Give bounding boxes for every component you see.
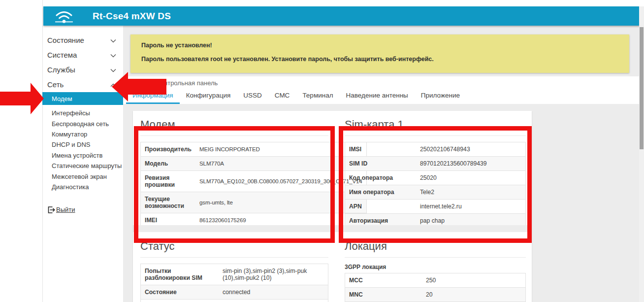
table-row: SIM ID89701202135600789439 — [345, 157, 526, 171]
row-label: Код оператора — [345, 171, 417, 185]
row-label: Производитель — [141, 142, 196, 157]
scrollbar-thumb[interactable] — [640, 27, 644, 149]
section-divider — [140, 135, 328, 136]
sidebar: Состояние Система Службы Сеть — [42, 33, 123, 92]
sidebar-item-interfaces[interactable]: Интерфейсы — [52, 108, 126, 118]
row-label: MCC — [345, 273, 422, 288]
row-value: 89701202135600789439 — [416, 157, 526, 171]
row-value: 25020 — [416, 171, 526, 185]
tab-terminal[interactable]: Терминал — [296, 89, 339, 104]
section-divider — [345, 135, 526, 136]
scrollbar-track — [639, 6, 644, 302]
table-row: Температура28 °C — [141, 300, 328, 302]
section-title: Статус — [140, 240, 328, 253]
chevron-down-icon — [110, 51, 116, 59]
tab-antenna[interactable]: Наведение антенны — [340, 89, 415, 104]
section-modem: Модем ПроизводительMEIG INCORPORATED Мод… — [140, 118, 328, 228]
table-row: Имя оператораTele2 — [345, 185, 526, 200]
row-value: sim-pin (3),sim-pin2 (3),sim-puk (10),si… — [219, 264, 328, 285]
sidebar-item-wireless[interactable]: Беспроводная сеть — [52, 118, 126, 129]
section-spacer — [133, 225, 532, 232]
row-value: gsm-umts, lte — [195, 192, 366, 213]
sidebar-subnav: Интерфейсы Беспроводная сеть Коммутатор … — [52, 108, 126, 192]
row-value: connected — [219, 285, 328, 300]
breadcrumb: нтрольная панель — [164, 79, 218, 87]
section-divider — [345, 257, 526, 258]
table-row: MNC20 — [345, 288, 526, 302]
row-value: internet.tele2.ru — [416, 200, 526, 214]
sidebar-item-label: Коммутатор — [52, 131, 87, 138]
logout-link[interactable]: Выйти — [48, 206, 75, 213]
logout-icon — [48, 206, 55, 213]
chevron-down-icon — [110, 66, 116, 74]
table-row: Текущие возможностиgsm-umts, lte — [141, 192, 367, 213]
sidebar-item-label: Интерфейсы — [52, 109, 90, 117]
sidebar-item-label: DHCP и DNS — [52, 141, 91, 148]
sidebar-group-sistema[interactable]: Система — [42, 47, 123, 62]
page-title: Rt-Cse4 mXW DS — [93, 11, 171, 22]
sidebar-item-label: Беспроводная сеть — [52, 120, 109, 128]
row-label: Попытки разблокировки SIM — [141, 264, 219, 285]
row-value: Tele2 — [416, 185, 526, 200]
status-table: Попытки разблокировки SIMsim-pin (3),sim… — [140, 264, 328, 302]
sidebar-item-dhcp-dns[interactable]: DHCP и DNS — [52, 139, 126, 150]
app-header: Rt-Cse4 mXW DS — [43, 6, 640, 26]
sidebar-item-label: Имена устройств — [52, 152, 102, 159]
row-value: SLM770A_EQ102_00B.C08000.057027_230319_3… — [195, 171, 366, 192]
table-row: Попытки разблокировки SIMsim-pin (3),sim… — [141, 264, 328, 285]
row-label: Температура — [141, 300, 219, 302]
sidebar-group-set[interactable]: Сеть — [42, 77, 123, 92]
tab-konfiguratsiya[interactable]: Конфигурация — [180, 89, 237, 104]
sim-table: IMSI250202106748943 SIM ID89701202135600… — [345, 142, 526, 228]
tab-informatsiya[interactable]: Информация — [126, 89, 180, 104]
table-row: Состояниеconnected — [141, 285, 328, 300]
row-value: SLM770A — [195, 157, 366, 171]
section-title: Локация — [345, 240, 526, 253]
sidebar-group-label: Службы — [47, 66, 75, 74]
sidebar-item-label: Статические маршруты — [52, 162, 122, 169]
table-row: MCC250 — [345, 273, 526, 288]
sidebar-item-diagnostics[interactable]: Диагностика — [52, 182, 126, 192]
warning-title: Пароль не установлен! — [141, 42, 618, 49]
location-subheading: 3GPP локация — [345, 264, 526, 270]
row-label: Ревизия прошивки — [141, 171, 196, 192]
table-row: Ревизия прошивкиSLM770A_EQ102_00B.C08000… — [141, 171, 367, 192]
row-value: 250 — [422, 273, 526, 288]
row-value: 20 — [422, 288, 526, 302]
row-value: 28 °C — [219, 300, 328, 302]
row-label: Имя оператора — [345, 185, 417, 200]
section-divider — [140, 257, 328, 258]
tab-band: нтрольная панель Информация Конфигурация… — [123, 76, 639, 104]
location-table: MCC250 MNC20 LAC (dec / hex)0 / 0000 — [345, 273, 526, 302]
password-warning-banner: Пароль не установлен! Пароль пользовател… — [130, 34, 629, 73]
logout-label: Выйти — [56, 206, 75, 213]
sidebar-group-label: Система — [47, 51, 77, 59]
sidebar-group-sluzhby[interactable]: Службы — [42, 62, 123, 77]
tab-sms[interactable]: СМС — [268, 89, 296, 104]
table-row: IMSI250202106748943 — [345, 142, 526, 157]
content-card: Модем ПроизводительMEIG INCORPORATED Мод… — [133, 111, 532, 302]
row-label: Состояние — [141, 285, 219, 300]
table-row: APNinternet.tele2.ru — [345, 200, 526, 214]
sidebar-item-label: Модем — [52, 95, 72, 102]
sidebar-item-firewall[interactable]: Межсетевой экран — [52, 171, 126, 181]
table-row: ПроизводительMEIG INCORPORATED — [141, 142, 367, 157]
row-label: APN — [345, 200, 417, 214]
row-label: Текущие возможности — [141, 192, 196, 213]
sidebar-item-modem[interactable]: Модем — [42, 92, 123, 105]
annotation-arrow-modem-icon — [0, 79, 45, 118]
warning-message: Пароль пользователя root не установлен. … — [141, 56, 618, 63]
tab-prilozhenie[interactable]: Приложение — [415, 89, 466, 104]
section-title: Модем — [140, 118, 328, 131]
row-value: 250202106748943 — [416, 142, 526, 157]
tab-ussd[interactable]: USSD — [237, 89, 268, 104]
sidebar-item-static-routes[interactable]: Статические маршруты — [52, 161, 126, 171]
chevron-up-icon — [110, 80, 116, 89]
row-value: MEIG INCORPORATED — [195, 142, 366, 157]
modem-table: ПроизводительMEIG INCORPORATED МодельSLM… — [140, 142, 367, 228]
page: Rt-Cse4 mXW DS Состояние Система Службы … — [0, 0, 644, 302]
sidebar-group-label: Сеть — [47, 80, 64, 89]
sidebar-item-switch[interactable]: Коммутатор — [52, 129, 126, 139]
sidebar-group-sostoyanie[interactable]: Состояние — [42, 33, 123, 47]
sidebar-item-hostnames[interactable]: Имена устройств — [52, 150, 126, 161]
